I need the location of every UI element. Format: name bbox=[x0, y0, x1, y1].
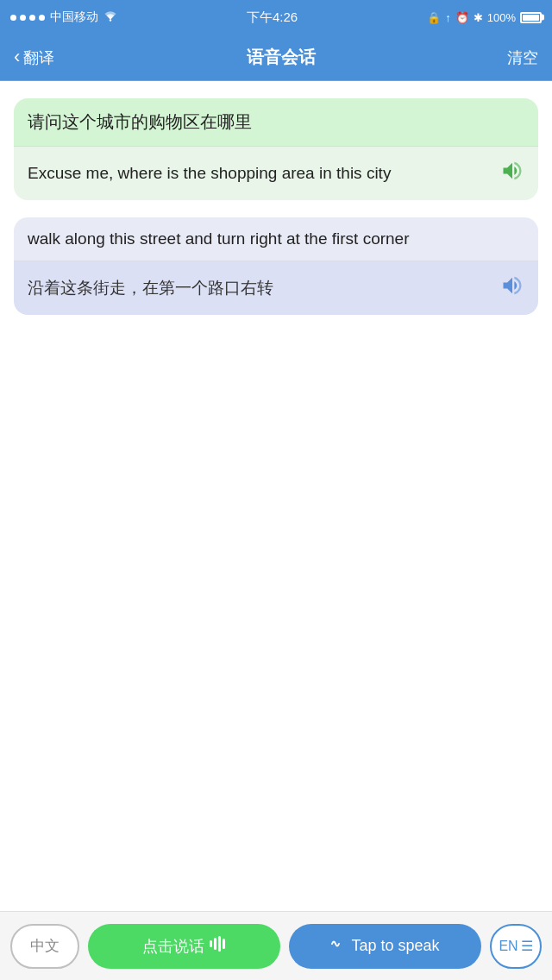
lang-label: EN bbox=[499, 939, 518, 954]
speak-english-button[interactable]: Tap to speak bbox=[289, 924, 481, 969]
status-right: 🔒 ↑ ⏰ ✱ 100% bbox=[427, 11, 542, 24]
battery-body bbox=[520, 12, 542, 23]
speaker-icon-received[interactable] bbox=[500, 273, 524, 303]
svg-rect-4 bbox=[223, 939, 225, 949]
chinese-language-button[interactable]: 中文 bbox=[10, 924, 79, 969]
speaker-icon-sent[interactable] bbox=[500, 159, 524, 188]
back-button[interactable]: ‹ 翻译 bbox=[14, 47, 54, 68]
page-title: 语音会话 bbox=[247, 46, 316, 69]
bottom-bar: 中文 点击说话 Tap to speak EN ☰ bbox=[0, 911, 552, 980]
wifi-icon bbox=[104, 10, 117, 24]
received-original-text: walk along this street and turn right at… bbox=[14, 217, 538, 261]
lock-icon: 🔒 bbox=[427, 11, 441, 24]
dot4 bbox=[39, 15, 45, 21]
speak-en-label: Tap to speak bbox=[351, 937, 439, 955]
svg-rect-2 bbox=[214, 938, 216, 950]
status-left: 中国移动 bbox=[10, 9, 117, 25]
received-translation-text: 沿着这条街走，在第一个路口右转 bbox=[28, 277, 273, 299]
svg-point-0 bbox=[110, 19, 111, 21]
back-label: 翻译 bbox=[23, 47, 54, 68]
signal-dots bbox=[10, 15, 45, 21]
chinese-label: 中文 bbox=[30, 936, 60, 956]
sound-wave-icon bbox=[210, 936, 227, 956]
clear-button[interactable]: 清空 bbox=[507, 47, 538, 68]
message-bubble-received: walk along this street and turn right at… bbox=[14, 217, 538, 315]
battery-percent: 100% bbox=[487, 11, 516, 24]
menu-icon: ☰ bbox=[521, 938, 533, 954]
sent-translation-text: Excuse me, where is the shopping area in… bbox=[28, 164, 391, 183]
wave-left-icon bbox=[330, 936, 346, 956]
battery-icon bbox=[520, 12, 542, 23]
english-language-button[interactable]: EN ☰ bbox=[490, 924, 542, 969]
sent-original-text: 请问这个城市的购物区在哪里 bbox=[14, 98, 538, 147]
dot1 bbox=[10, 15, 16, 21]
chat-area: 请问这个城市的购物区在哪里 Excuse me, where is the sh… bbox=[0, 81, 552, 911]
carrier-label: 中国移动 bbox=[50, 9, 98, 25]
received-translation-row: 沿着这条街走，在第一个路口右转 bbox=[14, 261, 538, 315]
nav-bar: ‹ 翻译 语音会话 清空 bbox=[0, 35, 552, 81]
status-bar: 中国移动 下午4:26 🔒 ↑ ⏰ ✱ 100% bbox=[0, 0, 552, 35]
alarm-icon: ⏰ bbox=[455, 11, 469, 24]
svg-rect-1 bbox=[210, 940, 212, 947]
dot2 bbox=[20, 15, 26, 21]
bluetooth-icon: ✱ bbox=[474, 11, 483, 24]
dot3 bbox=[29, 15, 35, 21]
location-icon: ↑ bbox=[445, 11, 451, 24]
status-time: 下午4:26 bbox=[247, 9, 298, 26]
battery-fill bbox=[523, 15, 539, 21]
sent-translation-row: Excuse me, where is the shopping area in… bbox=[14, 147, 538, 200]
back-chevron-icon: ‹ bbox=[14, 47, 20, 66]
message-bubble-sent: 请问这个城市的购物区在哪里 Excuse me, where is the sh… bbox=[14, 98, 538, 200]
speak-zh-label: 点击说话 bbox=[142, 936, 204, 957]
svg-rect-3 bbox=[218, 936, 221, 952]
speak-chinese-button[interactable]: 点击说话 bbox=[88, 924, 280, 969]
